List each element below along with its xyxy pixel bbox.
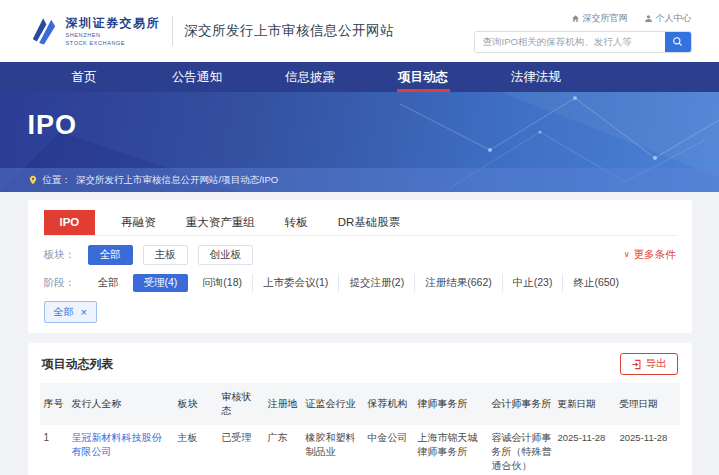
search-icon [672, 36, 683, 47]
stage-filter-label: 阶段： [44, 276, 88, 290]
stage-option-suspended[interactable]: 中止(23) [502, 274, 563, 292]
user-icon [644, 14, 653, 23]
exchange-name-en-2: STOCK EXCHANGE [66, 40, 161, 47]
stage-option-inquiry[interactable]: 问询(18) [192, 274, 252, 292]
export-icon [631, 359, 642, 370]
site-title: 深交所发行上市审核信息公开网站 [184, 22, 394, 40]
board-option-main[interactable]: 主板 [143, 245, 188, 265]
breadcrumb: 位置： 深交所发行上市审核信息公开网站/项目动态/IPO [28, 174, 692, 187]
breadcrumb-label: 位置： [43, 174, 72, 187]
personal-center-link[interactable]: 个人中心 [644, 12, 692, 25]
board-filter-label: 板块： [44, 248, 88, 262]
col-header-issuer: 发行人全称 [68, 383, 174, 425]
nav-item-home[interactable]: 首页 [28, 62, 141, 92]
selected-filter-label: 全部 [54, 305, 74, 319]
tab-dr-underlying-stock[interactable]: DR基础股票 [338, 210, 401, 235]
cell-accounting-firm: 容诚会计师事务所（特殊普通合伙） [488, 425, 556, 475]
col-header-update-date: 更新日期 [556, 383, 618, 425]
project-list-card: 项目动态列表 导出 序号 发行人全称 [28, 343, 692, 475]
export-label: 导出 [646, 357, 667, 371]
main-content: IPO 再融资 重大资产重组 转板 DR基础股票 板块： 全部 主板 创业板 ∨… [0, 192, 719, 475]
cell-board: 主板 [174, 425, 218, 475]
stage-option-listing-committee[interactable]: 上市委会议(1) [252, 274, 338, 292]
cell-domicile: 广东 [264, 425, 302, 475]
page: 深圳证券交易所 SHENZHEN STOCK EXCHANGE 深交所发行上市审… [0, 0, 719, 475]
col-header-industry: 证监会行业 [302, 383, 364, 425]
table-header-bar: 项目动态列表 导出 [40, 351, 680, 383]
top-links: 深交所官网 个人中心 [571, 12, 692, 25]
col-header-accounting-firm: 会计师事务所 [488, 383, 556, 425]
official-site-label: 深交所官网 [583, 12, 628, 25]
nav-item-laws[interactable]: 法律法规 [480, 62, 593, 92]
location-pin-icon [28, 175, 38, 185]
table-title: 项目动态列表 [42, 356, 114, 373]
nav-item-project-updates[interactable]: 项目动态 [367, 62, 480, 92]
export-button[interactable]: 导出 [620, 353, 678, 375]
cell-law-firm: 上海市锦天城律师事务所 [414, 425, 488, 475]
tab-major-asset-restructuring[interactable]: 重大资产重组 [186, 210, 255, 235]
exchange-name-en-1: SHENZHEN [66, 32, 161, 39]
stage-option-all[interactable]: 全部 [88, 274, 129, 292]
cell-acceptance-date: 2025-11-28 [618, 425, 680, 475]
nav-item-announcements[interactable]: 公告通知 [141, 62, 254, 92]
category-tabs: IPO 再融资 重大资产重组 转板 DR基础股票 [44, 210, 676, 236]
issuer-link[interactable]: 呈冠新材料科技股份有限公司 [68, 425, 174, 475]
cell-sponsor: 中金公司 [364, 425, 414, 475]
col-header-board: 板块 [174, 383, 218, 425]
board-option-all[interactable]: 全部 [88, 245, 133, 265]
exchange-name: 深圳证券交易所 [66, 15, 161, 32]
table-row: 1 呈冠新材料科技股份有限公司 主板 已受理 广东 橡胶和塑料制品业 中金公司 … [40, 425, 680, 475]
stage-option-registration-submitted[interactable]: 提交注册(2) [338, 274, 414, 292]
board-option-chinext[interactable]: 创业板 [198, 245, 254, 265]
close-icon[interactable]: × [81, 307, 87, 318]
selected-filters-row: 全部 × [44, 301, 676, 323]
header-right: 深交所官网 个人中心 [474, 10, 692, 53]
stage-filter-row: 阶段： 全部 受理(4) 问询(18) 上市委会议(1) 提交注册(2) 注册结… [44, 274, 676, 292]
nav-item-disclosure[interactable]: 信息披露 [254, 62, 367, 92]
col-header-law-firm: 律师事务所 [414, 383, 488, 425]
stage-option-accepted[interactable]: 受理(4) [133, 274, 189, 292]
official-site-link[interactable]: 深交所官网 [571, 12, 628, 25]
main-nav: 首页 公告通知 信息披露 项目动态 法律法规 [0, 62, 719, 92]
table-header-row: 序号 发行人全称 板块 审核状态 注册地 证监会行业 保荐机构 律师事务所 会计… [40, 383, 680, 425]
project-table: 序号 发行人全称 板块 审核状态 注册地 证监会行业 保荐机构 律师事务所 会计… [40, 383, 680, 475]
hero-banner: IPO 位置： 深交所发行上市审核信息公开网站/项目动态/IPO [0, 92, 719, 192]
col-header-index: 序号 [40, 383, 68, 425]
more-conditions-button[interactable]: ∨ 更多条件 [624, 248, 676, 262]
cell-index: 1 [40, 425, 68, 475]
col-header-acceptance-date: 受理日期 [618, 383, 680, 425]
stage-option-registration-result[interactable]: 注册结果(662) [414, 274, 502, 292]
tab-ipo[interactable]: IPO [44, 210, 96, 235]
selected-filter-tag: 全部 × [44, 301, 97, 323]
cell-status: 已受理 [218, 425, 264, 475]
board-filter-row: 板块： 全部 主板 创业板 ∨ 更多条件 [44, 245, 676, 265]
breadcrumb-path: 深交所发行上市审核信息公开网站/项目动态/IPO [76, 174, 278, 187]
divider [172, 16, 173, 46]
stage-option-terminated[interactable]: 终止(650) [562, 274, 629, 292]
search-button[interactable] [665, 32, 691, 52]
more-conditions-label: 更多条件 [634, 248, 676, 262]
brand: 深圳证券交易所 SHENZHEN STOCK EXCHANGE 深交所发行上市审… [28, 15, 395, 47]
col-header-sponsor: 保荐机构 [364, 383, 414, 425]
cell-update-date: 2025-11-28 [556, 425, 618, 475]
breadcrumb-bar: 位置： 深交所发行上市审核信息公开网站/项目动态/IPO [0, 168, 719, 192]
col-header-status: 审核状态 [218, 383, 264, 425]
personal-center-label: 个人中心 [656, 12, 692, 25]
chevron-down-icon: ∨ [624, 251, 630, 259]
brand-text: 深圳证券交易所 SHENZHEN STOCK EXCHANGE [66, 15, 161, 47]
cell-industry: 橡胶和塑料制品业 [302, 425, 364, 475]
search-box [474, 31, 692, 53]
page-title: IPO [28, 110, 692, 141]
tab-refinancing[interactable]: 再融资 [121, 210, 156, 235]
tab-board-transfer[interactable]: 转板 [285, 210, 308, 235]
top-header: 深圳证券交易所 SHENZHEN STOCK EXCHANGE 深交所发行上市审… [0, 0, 719, 62]
filters-card: IPO 再融资 重大资产重组 转板 DR基础股票 板块： 全部 主板 创业板 ∨… [28, 200, 692, 333]
col-header-domicile: 注册地 [264, 383, 302, 425]
search-input[interactable] [475, 32, 665, 52]
szse-logo [28, 15, 60, 47]
home-icon [571, 14, 580, 23]
